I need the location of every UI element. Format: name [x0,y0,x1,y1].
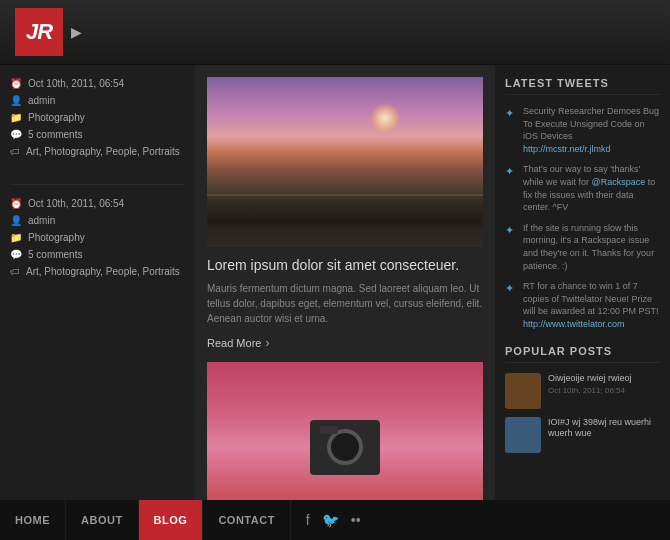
logo[interactable]: JR [15,8,63,56]
folder-icon: 📁 [10,112,22,123]
twitter-icon-4: ✦ [505,281,517,330]
user-icon-2: 👤 [10,215,22,226]
post2-tags-text: Art, Photography, People, Portraits [26,265,180,278]
post1-block: Lorem ipsum dolor sit amet consecteuer. … [207,77,483,350]
nav-social-links: f 🐦 •• [291,500,376,540]
post2-comments: 💬 5 comments [10,248,185,261]
popular-post-1-thumb [505,373,541,409]
tweet-4-link[interactable]: http://www.twittelator.com [523,319,625,329]
post1-author: 👤 admin [10,94,185,107]
tweet-4-text: RT for a chance to win 1 of 7 copies of … [523,280,660,330]
read-more-arrow-icon: › [265,336,269,350]
post2-tags: 🏷 Art, Photography, People, Portraits [10,265,185,278]
post1-author-text: admin [28,94,55,107]
latest-tweets-title: LATEST TWEETS [505,77,660,95]
popular-posts-title: POPULAR POSTS [505,345,660,363]
user-icon: 👤 [10,95,22,106]
twitter-icon-1: ✦ [505,106,517,155]
tweet-2-text: That's our way to say 'thanks' while we … [523,163,660,213]
post2-author: 👤 admin [10,214,185,227]
post1-comments: 💬 5 comments [10,128,185,141]
facebook-icon[interactable]: f [306,512,310,528]
post2-category: 📁 Photography [10,231,185,244]
post2-comments-text: 5 comments [28,248,82,261]
post2-author-text: admin [28,214,55,227]
tweet-2-handle[interactable]: @Rackspace [592,177,646,187]
folder-icon-2: 📁 [10,232,22,243]
nav-home[interactable]: HOME [0,500,66,540]
popular-posts-widget: POPULAR POSTS Oiwjeoije rwiej rwieoj Oct… [505,345,660,453]
twitter-icon-3: ✦ [505,223,517,272]
popular-post-2[interactable]: IOI#J wj 398wj reu wuerhi wuerh wue [505,417,660,453]
popular-post-1-date: Oct 10th, 2011; 06:54 [548,386,660,395]
popular-post-2-info: IOI#J wj 398wj reu wuerhi wuerh wue [548,417,660,442]
post1-title: Lorem ipsum dolor sit amet consecteuer. [207,257,483,273]
twitter-icon-2: ✦ [505,164,517,213]
nav-blog[interactable]: BLOG [139,500,204,540]
twitter-icon[interactable]: 🐦 [322,512,339,528]
logo-arrow: ▶ [71,24,82,40]
post2-meta: ⏰ Oct 10th, 2011, 06:54 👤 admin 📁 Photog… [10,197,185,282]
post1-category: 📁 Photography [10,111,185,124]
tag-icon: 🏷 [10,146,20,157]
tag-icon-2: 🏷 [10,266,20,277]
post2-date: ⏰ Oct 10th, 2011, 06:54 [10,197,185,210]
post1-tags: 🏷 Art, Photography, People, Portraits [10,145,185,158]
popular-post-1-title: Oiwjeoije rwiej rwieoj [548,373,660,385]
tweet-1-text: Security Researcher Demoes Bug To Execut… [523,105,660,155]
comment-icon: 💬 [10,129,22,140]
camera-icon [310,420,380,475]
post1-image [207,77,483,247]
tweet-2: ✦ That's our way to say 'thanks' while w… [505,163,660,213]
clock-icon-2: ⏰ [10,198,22,209]
post1-date: ⏰ Oct 10th, 2011, 06:54 [10,77,185,90]
nav-contact[interactable]: CONTACT [203,500,290,540]
tweet-1-link[interactable]: http://mcstr.net/r.jlmkd [523,144,611,154]
post2-date-text: Oct 10th, 2011, 06:54 [28,197,124,210]
footer-nav: HOME ABOUT BLOG CONTACT f 🐦 •• [0,500,670,540]
post1-comments-text: 5 comments [28,128,82,141]
tweet-1: ✦ Security Researcher Demoes Bug To Exec… [505,105,660,155]
comment-icon-2: 💬 [10,249,22,260]
sun-flare [370,103,400,133]
tweet-4: ✦ RT for a chance to win 1 of 7 copies o… [505,280,660,330]
clock-icon: ⏰ [10,78,22,89]
tweet-3-text: If the site is running slow this morning… [523,222,660,272]
main-layout: ⏰ Oct 10th, 2011, 06:54 👤 admin 📁 Photog… [0,65,670,540]
popular-post-2-title: IOI#J wj 398wj reu wuerhi wuerh wue [548,417,660,440]
nav-about[interactable]: ABOUT [66,500,139,540]
read-more-link[interactable]: Read More › [207,336,269,350]
sidebar-left: ⏰ Oct 10th, 2011, 06:54 👤 admin 📁 Photog… [0,65,195,540]
sidebar-right: LATEST TWEETS ✦ Security Researcher Demo… [495,65,670,540]
flickr-icon[interactable]: •• [351,512,361,528]
post1-excerpt: Mauris fermentum dictum magna. Sed laore… [207,281,483,326]
post1-tags-text: Art, Photography, People, Portraits [26,145,180,158]
sidebar-divider-1 [10,184,185,185]
popular-post-2-thumb [505,417,541,453]
popular-post-1[interactable]: Oiwjeoije rwiej rwieoj Oct 10th, 2011; 0… [505,373,660,409]
header: JR ▶ [0,0,670,65]
post1-meta: ⏰ Oct 10th, 2011, 06:54 👤 admin 📁 Photog… [10,77,185,162]
post1-category-text: Photography [28,111,85,124]
tweet-3: ✦ If the site is running slow this morni… [505,222,660,272]
content-area: Lorem ipsum dolor sit amet consecteuer. … [195,65,495,540]
post1-date-text: Oct 10th, 2011, 06:54 [28,77,124,90]
popular-post-1-info: Oiwjeoije rwiej rwieoj Oct 10th, 2011; 0… [548,373,660,396]
post2-category-text: Photography [28,231,85,244]
